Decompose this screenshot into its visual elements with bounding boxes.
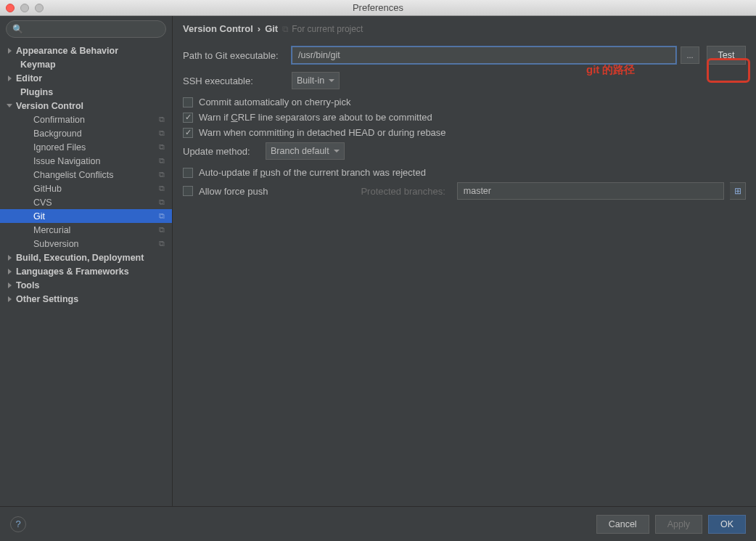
tree-item-keymap[interactable]: Keymap bbox=[0, 57, 172, 71]
search-icon: 🔍 bbox=[12, 24, 23, 34]
tree-item-label: Background bbox=[33, 129, 82, 139]
breadcrumb-separator: › bbox=[258, 23, 260, 34]
expand-icon[interactable]: ⊞ bbox=[730, 182, 746, 200]
tree-item-other-settings[interactable]: Other Settings bbox=[0, 292, 172, 306]
search-input[interactable] bbox=[26, 24, 160, 34]
tree-item-git[interactable]: Git⧉ bbox=[0, 209, 172, 223]
tree-item-subversion[interactable]: Subversion⧉ bbox=[0, 237, 172, 251]
checkbox-unchecked[interactable] bbox=[183, 168, 193, 178]
tree-item-label: Changelist Conflicts bbox=[33, 170, 113, 180]
tree-item-confirmation[interactable]: Confirmation⧉ bbox=[0, 113, 172, 126]
tree-item-mercurial[interactable]: Mercurial⧉ bbox=[0, 223, 172, 237]
tree-item-label: Ignored Files bbox=[33, 142, 86, 152]
tree-item-label: Other Settings bbox=[16, 294, 78, 304]
crlf-warn-checkbox-row[interactable]: Warn if CRLF line separators are about t… bbox=[183, 112, 746, 123]
traffic-lights bbox=[0, 4, 44, 12]
project-scope-icon: ⧉ bbox=[159, 211, 165, 221]
tree-item-changelist-conflicts[interactable]: Changelist Conflicts⧉ bbox=[0, 168, 172, 182]
update-method-combo[interactable]: Branch default bbox=[266, 142, 345, 160]
tree-item-cvs[interactable]: CVS⧉ bbox=[0, 195, 172, 209]
chevron-right-icon bbox=[6, 75, 13, 82]
git-path-input[interactable] bbox=[292, 46, 676, 64]
cherry-pick-checkbox-row[interactable]: Commit automatically on cherry-pick bbox=[183, 97, 746, 107]
checkbox-checked[interactable] bbox=[183, 128, 193, 138]
project-scope-icon: ⧉ bbox=[159, 129, 165, 138]
search-box[interactable]: 🔍 bbox=[6, 20, 166, 38]
tree-item-label: Editor bbox=[16, 73, 42, 84]
tree-item-label: Subversion bbox=[33, 239, 79, 249]
chevron-down-icon bbox=[334, 150, 340, 152]
tree-item-label: Version Control bbox=[16, 101, 83, 111]
help-button[interactable]: ? bbox=[10, 516, 26, 532]
ssh-executable-combo[interactable]: Built-in bbox=[292, 72, 340, 89]
zoom-window-button[interactable] bbox=[35, 4, 44, 12]
project-scope-icon: ⧉ bbox=[159, 198, 165, 207]
cancel-button[interactable]: Cancel bbox=[596, 515, 649, 534]
tree-item-languages-frameworks[interactable]: Languages & Frameworks bbox=[0, 264, 172, 278]
tree-item-label: Appearance & Behavior bbox=[16, 46, 118, 56]
chevron-right-icon bbox=[6, 268, 13, 275]
tree-item-github[interactable]: GitHub⧉ bbox=[0, 182, 172, 195]
ok-button[interactable]: OK bbox=[708, 515, 746, 534]
breadcrumb-leaf: Git bbox=[265, 23, 278, 34]
tree-item-label: CVS bbox=[33, 198, 52, 208]
tree-item-label: Languages & Frameworks bbox=[16, 267, 129, 277]
auto-update-checkbox-row[interactable]: Auto-update if push of the current branc… bbox=[183, 167, 746, 178]
tree-item-label: Mercurial bbox=[33, 225, 70, 235]
titlebar: Preferences bbox=[0, 0, 756, 16]
checkbox-checked[interactable] bbox=[183, 113, 193, 123]
tree-item-label: Tools bbox=[16, 280, 39, 290]
sidebar: 🔍 Appearance & BehaviorKeymapEditorPlugi… bbox=[0, 16, 173, 506]
chevron-down-icon bbox=[329, 79, 334, 82]
chevron-right-icon bbox=[6, 254, 13, 261]
tree-item-appearance-behavior[interactable]: Appearance & Behavior bbox=[0, 44, 172, 57]
preferences-tree: Appearance & BehaviorKeymapEditorPlugins… bbox=[0, 42, 172, 506]
window-title: Preferences bbox=[353, 2, 403, 13]
project-scope-icon: ⧉ bbox=[159, 225, 165, 235]
tree-item-label: Issue Navigation bbox=[33, 156, 100, 166]
tree-item-tools[interactable]: Tools bbox=[0, 278, 172, 292]
breadcrumb: Version Control › Git ⧉ For current proj… bbox=[173, 16, 756, 40]
tree-item-label: Build, Execution, Deployment bbox=[16, 253, 144, 263]
update-method-label: Update method: bbox=[183, 146, 258, 157]
tree-item-plugins[interactable]: Plugins bbox=[0, 85, 172, 99]
force-push-checkbox[interactable] bbox=[183, 186, 193, 196]
tree-item-ignored-files[interactable]: Ignored Files⧉ bbox=[0, 140, 172, 154]
ssh-label: SSH executable: bbox=[183, 76, 292, 86]
chevron-down-icon bbox=[6, 102, 13, 110]
tree-item-version-control[interactable]: Version Control bbox=[0, 99, 172, 113]
project-scope-icon: ⧉ bbox=[159, 115, 165, 124]
detached-head-checkbox-row[interactable]: Warn when committing in detached HEAD or… bbox=[183, 127, 746, 138]
tree-item-build-execution-deployment[interactable]: Build, Execution, Deployment bbox=[0, 251, 172, 264]
close-window-button[interactable] bbox=[6, 4, 15, 12]
chevron-right-icon bbox=[6, 296, 13, 303]
project-icon: ⧉ bbox=[282, 24, 289, 34]
force-push-row: Allow force push Protected branches: ⊞ bbox=[183, 182, 746, 200]
test-button[interactable]: Test bbox=[707, 46, 746, 65]
project-scope-icon: ⧉ bbox=[159, 184, 165, 193]
tree-item-background[interactable]: Background⧉ bbox=[0, 126, 172, 140]
tree-item-issue-navigation[interactable]: Issue Navigation⧉ bbox=[0, 154, 172, 168]
chevron-right-icon bbox=[6, 282, 13, 289]
project-scope-icon: ⧉ bbox=[159, 170, 165, 179]
tree-item-label: Confirmation bbox=[33, 115, 85, 125]
project-scope: ⧉ For current project bbox=[282, 24, 363, 34]
browse-button[interactable]: ... bbox=[681, 46, 699, 64]
tree-item-editor[interactable]: Editor bbox=[0, 71, 172, 85]
main-panel: Version Control › Git ⧉ For current proj… bbox=[173, 16, 756, 506]
protected-branches-label: Protected branches: bbox=[361, 186, 445, 197]
project-scope-icon: ⧉ bbox=[159, 156, 165, 166]
tree-item-label: Git bbox=[33, 211, 45, 221]
chevron-right-icon bbox=[6, 47, 13, 54]
tree-item-label: Keymap bbox=[20, 60, 56, 70]
path-label: Path to Git executable: bbox=[183, 50, 292, 61]
apply-button[interactable]: Apply bbox=[655, 515, 702, 534]
minimize-window-button[interactable] bbox=[20, 4, 29, 12]
project-scope-icon: ⧉ bbox=[159, 239, 165, 248]
project-scope-icon: ⧉ bbox=[159, 142, 165, 152]
breadcrumb-root: Version Control bbox=[183, 23, 253, 34]
protected-branches-input[interactable] bbox=[457, 182, 724, 200]
checkbox-unchecked[interactable] bbox=[183, 97, 193, 107]
tree-item-label: GitHub bbox=[33, 184, 62, 194]
footer: ? Cancel Apply OK bbox=[0, 506, 756, 541]
